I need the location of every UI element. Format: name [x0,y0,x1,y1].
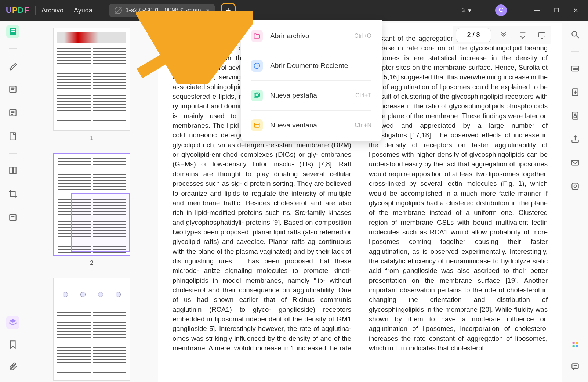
dropdown-recent[interactable]: Abrir Dcumento Reciente [241,53,382,79]
svg-rect-4 [255,93,260,97]
svg-point-37 [572,345,575,347]
right-toolbar: OCR [562,21,588,382]
dropdown-label: Abrir Dcumento Reciente [270,62,371,70]
window-icon [251,119,263,131]
dropdown-label: Abrir archivo [270,32,354,40]
menu-file[interactable]: Archivo [41,7,63,14]
convert-icon[interactable] [569,86,582,99]
protect-icon[interactable] [569,109,582,122]
svg-point-36 [576,342,578,344]
new-tab-button[interactable]: + [221,3,236,18]
left-toolbar [0,21,26,382]
svg-point-34 [574,185,577,188]
titlebar: UPDF Archivo Ayuda 1-s2.0-S001...009831-… [0,0,588,21]
svg-rect-22 [10,214,16,220]
layers-icon[interactable] [6,316,19,329]
document-tab-label: 1-s2.0-S001...009831-main [126,7,201,14]
thumbnail-3[interactable] [33,278,150,381]
folder-icon [251,30,263,42]
dropdown-shortcut: Ctrl+O [354,33,371,39]
separator [35,6,36,15]
thumbnail-label: 2 [33,259,150,267]
separator [483,6,483,15]
ocr-icon[interactable]: OCR [569,62,582,75]
menu-help[interactable]: Ayuda [74,7,92,14]
thumbnail-1[interactable]: 1 [33,28,150,142]
highlighter-tool-icon[interactable] [6,59,19,72]
clock-icon [251,60,263,72]
svg-point-38 [576,345,578,347]
svg-line-25 [576,36,579,38]
presentation-icon[interactable] [535,29,548,42]
chat-icon[interactable] [569,360,582,373]
dropdown-new-tab[interactable]: Nueva pestaña Ctrl+T [241,82,382,109]
separator [251,80,371,81]
redact-tool-icon[interactable] [6,211,19,224]
separator [519,6,519,15]
svg-rect-31 [574,116,577,118]
svg-rect-39 [572,364,578,368]
maximize-button[interactable]: ☐ [550,4,563,17]
edit-text-tool-icon[interactable] [6,106,19,119]
search-icon[interactable] [569,28,582,41]
page-number-input[interactable]: 2 / 8 [456,28,491,42]
attachment-icon[interactable] [6,360,19,373]
svg-rect-33 [572,183,578,189]
compress-icon[interactable] [569,180,582,193]
scroll-mode-icon[interactable] [497,29,510,42]
dropdown-label: Nueva ventana [270,121,355,129]
dropdown-shortcut: Ctrl+N [355,122,371,129]
dropdown-new-window[interactable]: Nueva ventana Ctrl+N [241,112,382,138]
svg-rect-19 [10,133,15,140]
page-tool-icon[interactable] [6,130,19,143]
thumbnail-2[interactable]: 2 [33,153,150,267]
thumbnails-panel: 1 2 [26,21,158,382]
dropdown-label: Nueva pestaña [270,91,355,100]
version-indicator[interactable]: 2 ▾ [462,7,471,14]
share-icon[interactable] [569,133,582,146]
email-icon[interactable] [569,156,582,169]
organize-tool-icon[interactable] [6,164,19,177]
svg-rect-11 [11,31,15,32]
svg-rect-3 [254,94,259,97]
crop-tool-icon[interactable] [6,187,19,201]
close-button[interactable]: ✕ [569,4,582,17]
svg-rect-20 [10,167,12,173]
chevron-down-icon: ▾ [468,7,471,14]
svg-rect-5 [254,123,259,127]
svg-rect-32 [571,161,579,165]
document-tab[interactable]: 1-s2.0-S001...009831-main ▾ [109,4,215,17]
chevron-down-icon[interactable]: ▾ [206,7,209,14]
svg-point-35 [572,342,575,344]
fit-page-icon[interactable] [516,29,529,42]
page-controls: 2 / 8 [453,26,551,44]
svg-text:OCR: OCR [573,67,579,71]
minimize-button[interactable]: — [531,4,544,17]
reader-tool-icon[interactable] [6,25,19,38]
dropdown-open-file[interactable]: Abrir archivo Ctrl+O [241,23,382,49]
tab-icon [251,90,263,101]
bookmark-icon[interactable] [6,338,19,351]
document-icon [115,7,122,14]
new-tab-dropdown: Abrir archivo Ctrl+O Abrir Dcumento Reci… [241,20,382,141]
thumbnail-label: 1 [33,134,150,142]
user-avatar[interactable]: C [495,4,507,16]
svg-rect-8 [538,33,545,37]
dropdown-shortcut: Ctrl+T [355,92,371,99]
svg-rect-21 [13,167,16,173]
svg-rect-10 [11,29,15,30]
comment-tool-icon[interactable] [6,83,19,96]
separator [251,51,371,51]
separator [251,110,371,111]
app-logo: UPDF [6,6,29,15]
ai-icon[interactable] [569,338,582,351]
version-label: 2 [462,7,466,14]
svg-point-24 [572,31,577,36]
